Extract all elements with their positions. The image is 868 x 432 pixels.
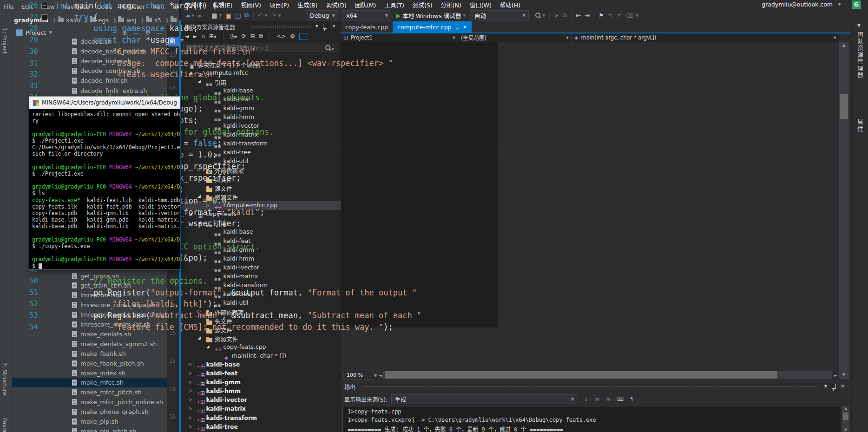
chevron-down-icon[interactable]: ▼ — [219, 13, 222, 18]
chevron-down-icon[interactable]: ▼ — [463, 13, 466, 18]
collapsed-arrow-icon[interactable]: ▷ — [189, 415, 192, 420]
menu-item[interactable]: 测试(S) — [408, 0, 437, 9]
breadcrumb-item[interactable]: wsj — [118, 17, 136, 24]
menu-item[interactable]: 帮助(H) — [496, 0, 525, 9]
pending-changes-filter-icon[interactable]: ◷▼ — [230, 33, 237, 39]
terminal-output[interactable]: raries: libopenblas.dll: cannot open sha… — [29, 109, 180, 269]
chevron-down-icon[interactable]: ▼ — [838, 2, 841, 7]
menu-item[interactable]: 工具(T) — [381, 0, 408, 9]
clear-all-icon[interactable]: ⌧ — [617, 396, 624, 402]
tool-window-tab-favorites[interactable]: Favorites — [1, 418, 8, 432]
code-line[interactable]: try { — [55, 12, 98, 23]
menu-item[interactable]: 调试(D) — [322, 0, 351, 9]
editor-vertical-scrollbar[interactable]: ▲ — [839, 42, 849, 369]
autohide-tab-properties[interactable]: 属性 — [855, 119, 864, 132]
tree-item[interactable]: make_denlats_sgmm2.sh — [12, 339, 169, 349]
fold-collapse-icon[interactable]: − — [41, 3, 47, 9]
menu-item[interactable]: 分析(N) — [437, 0, 466, 9]
clear-bookmarks-icon[interactable]: ⌫ — [625, 12, 634, 19]
debugger-label[interactable]: 本地 Windows 调试器 — [402, 11, 461, 20]
scroll-up-icon[interactable]: ▲ — [839, 43, 849, 47]
navbar-scope-dropdown[interactable]: (全局范围)▼ — [458, 33, 572, 42]
collapsed-arrow-icon[interactable]: ▷ — [189, 406, 192, 411]
chevron-down-icon[interactable]: ▼ — [374, 373, 377, 378]
navigate-back-icon[interactable]: ◄ — [185, 12, 190, 19]
chevron-down-icon[interactable]: ▼ — [542, 13, 545, 18]
indent-icon[interactable]: ⇥ — [585, 12, 590, 19]
code-line[interactable]: "feature file [CMS]; not recommended to … — [55, 321, 393, 327]
code-line[interactable]: // Register the options. — [55, 275, 208, 287]
home-icon[interactable]: ⌂ — [201, 33, 205, 39]
save-icon[interactable]: ◫ — [235, 12, 241, 19]
pin-icon[interactable] — [323, 24, 327, 29]
navbar-member-dropdown[interactable]: ◈ main(int argc, char * argv[])▼ — [572, 33, 839, 42]
code-line[interactable]: po.Register("subtract-mean", &subtract_m… — [55, 310, 421, 321]
platform-dropdown[interactable]: x64▼ — [342, 10, 391, 20]
tree-item[interactable]: make_plp.sh — [12, 417, 169, 426]
chevron-down-icon[interactable]: ▼ — [191, 13, 194, 18]
output-source-dropdown[interactable]: 生成 ▼ — [391, 394, 577, 404]
find-in-files-icon[interactable] — [535, 12, 540, 19]
code-line[interactable]: "Usage: compute-mfcc-feats [options...] … — [55, 58, 393, 69]
start-debug-icon[interactable]: ▶ — [396, 12, 401, 19]
collapsed-arrow-icon[interactable]: ▷ — [189, 424, 192, 429]
solution-tree-item[interactable]: ◢资源文件 — [181, 334, 341, 343]
solution-tree-item[interactable]: ◢++copy-feats.cpp — [181, 343, 341, 352]
close-icon[interactable]: ✕ — [332, 23, 336, 29]
navigate-forward-icon[interactable]: ► — [198, 12, 203, 19]
select-cursor-icon[interactable]: ➤ — [554, 12, 559, 19]
code-line[interactable]: int main(int argc, char *argv[]) { — [55, 0, 217, 12]
chevron-down-icon[interactable]: ▼ — [264, 13, 267, 18]
properties-icon[interactable]: ⧉ — [259, 33, 263, 39]
word-wrap-icon[interactable]: ¶ — [630, 396, 634, 402]
tree-item[interactable]: make_index.sh — [12, 368, 169, 378]
code-line[interactable]: const char *usage = — [55, 34, 184, 46]
menu-item[interactable]: 视图(V) — [237, 0, 265, 9]
attach-dropdown[interactable]: 自动▼ — [470, 10, 529, 20]
autohide-tab-team-explorer[interactable]: 团队资源管理器 — [855, 32, 864, 79]
solution-tree-item[interactable]: ▷•⊞kaldi-hmm — [181, 387, 341, 396]
breadcrumb-item[interactable]: s5 — [146, 17, 161, 24]
close-icon[interactable]: ✕ — [463, 24, 467, 30]
collapsed-arrow-icon[interactable]: ▷ — [189, 388, 192, 393]
solution-tree-item[interactable]: ◈main(int, char * []) — [181, 352, 341, 360]
tree-item[interactable]: make_plp_pitch.sh — [12, 426, 169, 432]
collapsed-arrow-icon[interactable]: ▷ — [189, 371, 192, 375]
scroll-down-icon[interactable]: ▼ — [842, 428, 849, 432]
paste-icon[interactable]: ⧉ — [563, 12, 567, 19]
zoom-control[interactable]: 100 % — [343, 371, 372, 380]
solution-tree-item[interactable]: ▷•⊞kaldi-transform — [181, 414, 341, 423]
switch-views-icon[interactable]: ⊞▼ — [209, 33, 216, 39]
tool-window-tab-structure[interactable]: 7: Structure — [1, 362, 8, 395]
scrollbar-thumb[interactable] — [385, 371, 777, 379]
fold-collapse-icon[interactable]: − — [41, 14, 47, 20]
wrench-icon[interactable]: ⚙ — [290, 33, 295, 39]
search-icon[interactable]: ▼ — [325, 43, 334, 52]
solution-tree-item[interactable]: ▷•⊞kaldi-gmm — [181, 378, 341, 387]
new-file-icon[interactable]: ▤ — [211, 12, 217, 19]
collapsed-arrow-icon[interactable]: ▷ — [189, 397, 192, 402]
show-all-files-icon[interactable]: <> — [276, 33, 286, 39]
panel-drag-area[interactable] — [250, 25, 311, 28]
code-line[interactable]: "<feats-wspecifier>\n"; — [55, 69, 222, 80]
solution-tree-item[interactable]: ■■kaldi-ivector — [181, 263, 341, 272]
window-position-icon[interactable]: ▼ — [316, 24, 318, 28]
solution-tree-item[interactable]: ▷•⊞kaldi-feat — [181, 369, 341, 378]
scroll-right-icon[interactable]: ► — [834, 373, 837, 378]
output-log[interactable]: 1>copy-feats.cpp1>copy-feats.vcxproj -> … — [342, 406, 841, 432]
scroll-up-icon[interactable]: ▲ — [842, 406, 849, 411]
collapse-all-icon[interactable]: ⊟ — [250, 33, 255, 39]
chevron-down-icon[interactable]: ▼ — [49, 30, 52, 35]
breadcrumb-item[interactable]: steps — [171, 17, 179, 24]
collapsed-arrow-icon[interactable]: ▷ — [189, 362, 192, 367]
preview-selected-items-icon[interactable]: — — [299, 33, 308, 40]
chevron-down-icon[interactable]: ▼ — [636, 13, 638, 18]
outdent-icon[interactable]: ⇤ — [576, 12, 581, 19]
next-bookmark-icon[interactable]: ↱ — [617, 12, 622, 19]
editor-tab-compute-mfcc-cpp[interactable]: compute-mfcc.cpp✕ — [393, 21, 472, 33]
tree-item[interactable]: make_phone_graph.sh — [12, 407, 169, 417]
save-all-icon[interactable]: ⧉ — [244, 12, 249, 19]
solution-tree-item[interactable]: 源文件 — [181, 183, 341, 192]
window-position-icon[interactable]: ▼ — [824, 384, 827, 388]
bookmark-icon[interactable]: ⚑ — [598, 12, 604, 19]
